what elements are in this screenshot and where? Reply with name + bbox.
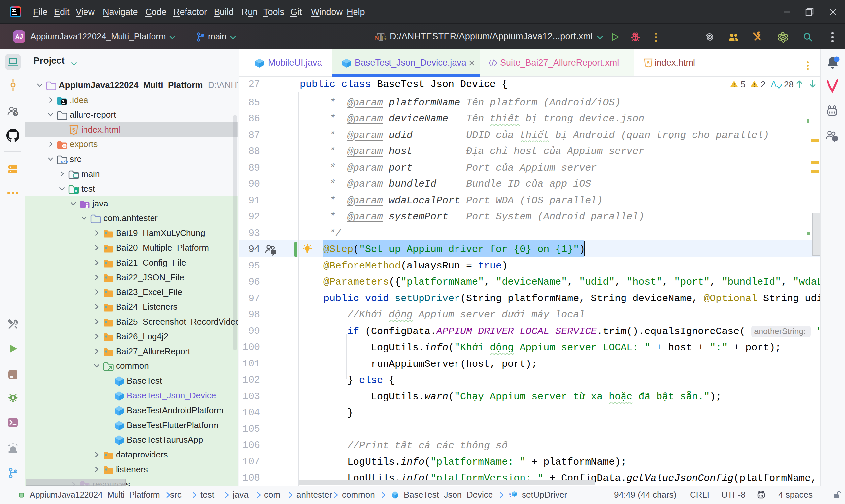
svg-text:5: 5 [72, 127, 75, 132]
svg-text:</>: </> [60, 160, 68, 165]
svg-text:?: ? [14, 111, 17, 116]
svg-text:5: 5 [647, 60, 649, 65]
